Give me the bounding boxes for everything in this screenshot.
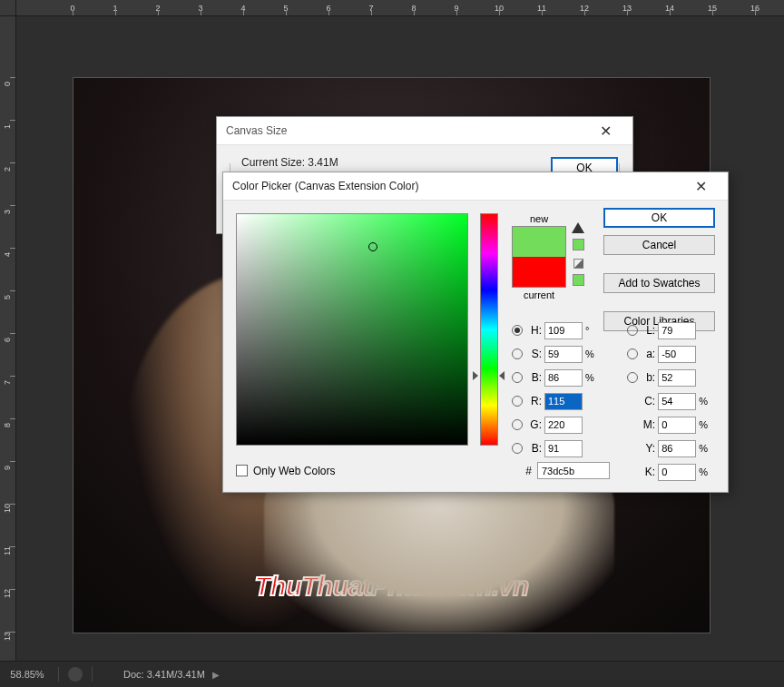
gamut-swatch[interactable]: [573, 239, 584, 250]
ruler-horizontal[interactable]: 01234567891011121314151617: [16, 0, 784, 16]
saturation-radio[interactable]: [512, 348, 523, 359]
red-radio[interactable]: [512, 396, 523, 407]
new-color-label: new: [512, 213, 566, 224]
color-picker-title: Color Picker (Canvas Extension Color): [232, 180, 418, 192]
current-color-preview[interactable]: [513, 257, 565, 287]
hue-radio[interactable]: [512, 325, 523, 336]
lightness-radio[interactable]: [627, 325, 638, 336]
watermark: ThuThuatPhanMem.vn: [255, 572, 529, 602]
g-input[interactable]: [544, 417, 583, 434]
m-input[interactable]: [658, 417, 696, 434]
close-icon[interactable]: ✕: [587, 123, 623, 140]
lab-b-input[interactable]: [658, 369, 696, 387]
canvas-size-title: Canvas Size: [226, 124, 287, 137]
new-color-preview[interactable]: [513, 227, 565, 257]
b-hsb-input[interactable]: [544, 369, 583, 387]
current-size-label: Current Size: 3.41M: [238, 156, 342, 169]
cancel-button[interactable]: Cancel: [603, 235, 715, 255]
status-arrow-icon[interactable]: ▶: [212, 670, 220, 680]
hue-label: H:: [525, 324, 542, 337]
brightness-radio[interactable]: [512, 372, 523, 383]
add-to-swatches-button[interactable]: Add to Swatches: [603, 273, 715, 293]
color-picker-title-bar[interactable]: Color Picker (Canvas Extension Color) ✕: [223, 172, 728, 201]
lab-b-label: b:: [641, 371, 655, 384]
g-label: G:: [525, 418, 542, 431]
ok-button[interactable]: OK: [603, 208, 715, 228]
canvas-size-title-bar[interactable]: Canvas Size ✕: [217, 117, 632, 145]
y-label: Y:: [641, 442, 655, 455]
y-input[interactable]: [658, 440, 696, 457]
doc-size[interactable]: Doc: 3.41M/3.41M: [123, 669, 205, 680]
workspace: 01234567891011121314151617 0123456789101…: [0, 0, 784, 661]
color-marker-icon[interactable]: [368, 242, 377, 251]
b-hsb-label: B:: [525, 371, 542, 384]
hex-prefix: #: [525, 465, 532, 477]
r-label: R:: [525, 395, 542, 407]
b-rgb-input[interactable]: [544, 440, 583, 457]
hue-slider-handle-icon[interactable]: [499, 371, 505, 380]
websafe-warning-icon[interactable]: ◪: [572, 256, 584, 269]
websafe-swatch[interactable]: [573, 274, 584, 286]
green-radio[interactable]: [512, 419, 523, 430]
s-input[interactable]: [544, 346, 583, 363]
c-label: C:: [641, 395, 655, 407]
color-picker-dialog: Color Picker (Canvas Extension Color) ✕ …: [222, 172, 729, 493]
lab-b-radio[interactable]: [627, 372, 638, 383]
a-radio[interactable]: [627, 348, 638, 359]
status-indicator-icon[interactable]: [68, 667, 83, 682]
r-input[interactable]: [544, 393, 583, 410]
hue-slider-handle-icon[interactable]: [473, 371, 478, 380]
close-icon[interactable]: ✕: [682, 178, 719, 195]
saturation-value-field[interactable]: [236, 213, 468, 446]
ruler-corner: [0, 0, 16, 16]
l-label: L:: [641, 324, 655, 337]
blue-radio[interactable]: [512, 443, 523, 454]
a-label: a:: [641, 348, 655, 360]
color-swatch: [512, 226, 566, 288]
current-color-label: current: [512, 290, 566, 300]
status-bar: 58.85% Doc: 3.41M/3.41M ▶: [0, 661, 784, 687]
s-label: S:: [525, 348, 542, 360]
m-label: M:: [641, 418, 655, 431]
c-input[interactable]: [658, 393, 696, 410]
hue-input[interactable]: [544, 322, 583, 339]
hue-slider[interactable]: [480, 213, 498, 446]
gamut-warning-icon[interactable]: [572, 222, 584, 233]
zoom-level[interactable]: 58.85%: [0, 669, 54, 680]
hex-input[interactable]: [537, 462, 610, 479]
only-web-colors-label: Only Web Colors: [253, 465, 335, 477]
only-web-colors-checkbox[interactable]: [236, 465, 248, 476]
b-rgb-label: B:: [525, 442, 542, 455]
l-input[interactable]: [658, 322, 696, 339]
a-input[interactable]: [658, 346, 696, 363]
ruler-vertical[interactable]: 01234567891011121314: [0, 16, 16, 661]
